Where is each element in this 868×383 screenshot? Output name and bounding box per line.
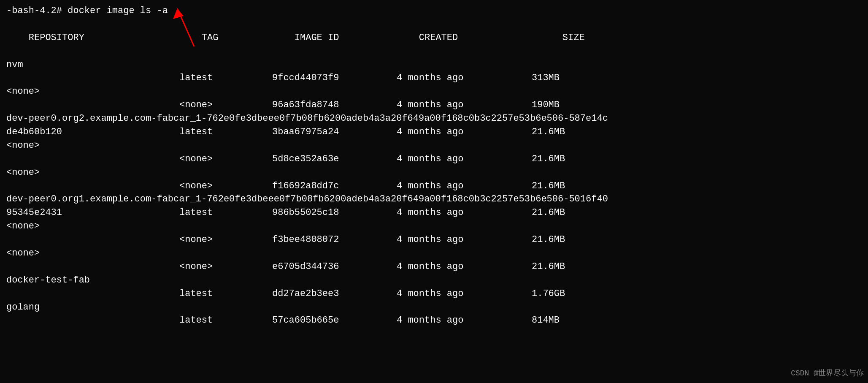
cell-created: 4 months ago	[397, 125, 532, 139]
cell-size: 21.6MB	[532, 181, 565, 191]
cell-tag: latest	[179, 287, 272, 301]
table-row: <none>	[6, 220, 862, 233]
cell-tag: latest	[179, 314, 272, 327]
cell-repo: <none>	[6, 166, 179, 179]
table-row: <none>	[6, 85, 862, 98]
cell-tag: <none>	[179, 260, 272, 274]
header-repository: REPOSITORY	[29, 31, 202, 45]
header-created: CREATED	[419, 31, 562, 45]
cell-tag: latest	[179, 125, 272, 139]
table-header: REPOSITORYTAGIMAGE IDCREATEDSIZE	[6, 18, 862, 58]
cell-imageid: e6705d344736	[272, 260, 397, 274]
cell-imageid: 9fccd44073f9	[272, 71, 397, 85]
cell-tag: <none>	[179, 179, 272, 193]
table-row: latestdd27ae2b3ee34 months ago1.76GB	[6, 287, 862, 301]
table-row: latest9fccd44073f94 months ago313MB	[6, 71, 862, 85]
table-row: 95345e2431latest986b55025c184 months ago…	[6, 206, 862, 220]
table-row: <none>5d8ce352a63e4 months ago21.6MB	[6, 152, 862, 166]
table-row: docker-test-fab	[6, 274, 862, 287]
table-row: <none>96a63fda87484 months ago190MB	[6, 98, 862, 112]
cell-imageid: 5d8ce352a63e	[272, 152, 397, 166]
cell-repo: dev-peer0.org1.example.com-fabcar_1-762e…	[6, 193, 608, 206]
cell-size: 21.6MB	[532, 127, 565, 137]
cell-created: 4 months ago	[397, 98, 532, 112]
prompt-line: -bash-4.2# docker image ls -a	[6, 4, 862, 18]
table-row: golang	[6, 301, 862, 314]
cell-created: 4 months ago	[397, 152, 532, 166]
table-row: <none>f3bee48080724 months ago21.6MB	[6, 233, 862, 247]
cell-size: 814MB	[532, 315, 560, 326]
cell-tag: <none>	[179, 98, 272, 112]
table-row: <none>f16692a8dd7c4 months ago21.6MB	[6, 179, 862, 193]
cell-created: 4 months ago	[397, 233, 532, 247]
header-imageid: IMAGE ID	[295, 31, 419, 45]
table-row: <none>	[6, 166, 862, 179]
cell-repo: docker-test-fab	[6, 274, 179, 287]
cell-size: 1.76GB	[532, 288, 565, 299]
cell-repo: <none>	[6, 220, 179, 233]
cell-imageid: dd27ae2b3ee3	[272, 287, 397, 301]
cell-repo: dev-peer0.org2.example.com-fabcar_1-762e…	[6, 112, 608, 125]
table-body: nvmlatest9fccd44073f94 months ago313MB<n…	[6, 58, 862, 328]
cell-tag: latest	[179, 206, 272, 220]
cell-repo: nvm	[6, 58, 179, 72]
cell-tag: latest	[179, 71, 272, 85]
cell-imageid: 3baa67975a24	[272, 125, 397, 139]
watermark: CSDN @世界尽头与你	[791, 368, 864, 379]
header-size: SIZE	[562, 33, 585, 43]
cell-size: 21.6MB	[532, 154, 565, 164]
table-row: <none>	[6, 247, 862, 260]
cell-tag: <none>	[179, 152, 272, 166]
table-row: dev-peer0.org1.example.com-fabcar_1-762e…	[6, 193, 862, 206]
cell-repo: de4b60b120	[6, 125, 179, 139]
table-row: dev-peer0.org2.example.com-fabcar_1-762e…	[6, 112, 862, 125]
cell-size: 21.6MB	[532, 234, 565, 245]
table-row: nvm	[6, 58, 862, 72]
cell-created: 4 months ago	[397, 287, 532, 301]
cell-imageid: 986b55025c18	[272, 206, 397, 220]
table-row: de4b60b120latest3baa67975a244 months ago…	[6, 125, 862, 139]
cell-imageid: f3bee4808072	[272, 233, 397, 247]
cell-repo: <none>	[6, 139, 179, 152]
cell-size: 190MB	[532, 100, 560, 110]
table-row: <none>e6705d3447364 months ago21.6MB	[6, 260, 862, 274]
cell-size: 21.6MB	[532, 261, 565, 272]
cell-created: 4 months ago	[397, 206, 532, 220]
cell-created: 4 months ago	[397, 314, 532, 327]
cell-created: 4 months ago	[397, 71, 532, 85]
cell-imageid: 96a63fda8748	[272, 98, 397, 112]
table-row: <none>	[6, 139, 862, 152]
cell-imageid: 57ca605b665e	[272, 314, 397, 327]
cell-tag: <none>	[179, 233, 272, 247]
terminal: -bash-4.2# docker image ls -a REPOSITORY…	[0, 0, 868, 331]
cell-created: 4 months ago	[397, 260, 532, 274]
cell-imageid: f16692a8dd7c	[272, 179, 397, 193]
table-row: latest57ca605b665e4 months ago814MB	[6, 314, 862, 327]
cell-repo: golang	[6, 301, 179, 314]
header-tag: TAG	[202, 31, 295, 45]
cell-created: 4 months ago	[397, 179, 532, 193]
cell-repo: <none>	[6, 85, 179, 98]
cell-size: 313MB	[532, 73, 560, 83]
cell-repo: 95345e2431	[6, 206, 179, 220]
cell-size: 21.6MB	[532, 207, 565, 218]
cell-repo: <none>	[6, 247, 179, 260]
